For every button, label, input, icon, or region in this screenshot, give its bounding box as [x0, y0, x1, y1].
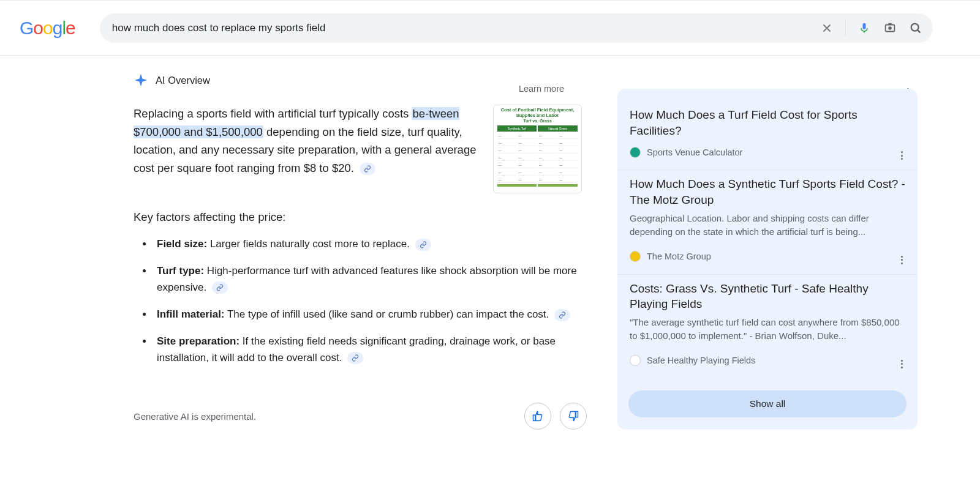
citation-link-icon[interactable]: [212, 281, 228, 294]
source-site: The Motz Group: [647, 252, 711, 261]
learn-more-link[interactable]: Learn more: [519, 84, 564, 94]
clear-icon[interactable]: [820, 21, 834, 35]
ai-overview-header: AI Overview: [134, 73, 210, 88]
show-all-button[interactable]: Show all: [628, 390, 907, 417]
google-logo[interactable]: Google: [20, 18, 75, 39]
source-overflow-menu[interactable]: [899, 351, 905, 371]
citation-link-icon[interactable]: [415, 239, 431, 251]
thumbs-up-button[interactable]: [524, 403, 551, 430]
factor-item: Infill material: The type of infill used…: [153, 307, 605, 322]
factor-item: Site preparation: If the existing field …: [153, 333, 605, 366]
sparkle-icon: [134, 73, 148, 88]
source-snippet: "The average synthetic turf field can co…: [630, 316, 905, 343]
ai-summary: Replacing a sports field with artificial…: [134, 105, 480, 177]
svg-point-5: [911, 24, 918, 31]
image-search-icon[interactable]: [883, 21, 897, 35]
source-item[interactable]: How Much Does a Synthetic Turf Sports Fi…: [617, 170, 918, 274]
svg-line-6: [918, 30, 920, 32]
source-item[interactable]: Costs: Grass Vs. Synthetic Turf - Safe H…: [617, 275, 918, 378]
search-icon[interactable]: [908, 21, 923, 35]
svg-point-3: [888, 26, 892, 30]
source-site: Safe Healthy Playing Fields: [647, 356, 755, 365]
source-title: Costs: Grass Vs. Synthetic Turf - Safe H…: [630, 281, 905, 312]
source-item[interactable]: How Much Does a Turf Field Cost for Spor…: [617, 101, 918, 170]
result-thumbnail[interactable]: Cost of Football Field Equipment, Suppli…: [493, 105, 582, 193]
ai-disclaimer: Generative AI is experimental.: [134, 411, 256, 422]
sources-panel: How Much Does a Turf Field Cost for Spor…: [617, 89, 918, 430]
source-overflow-menu[interactable]: [899, 247, 905, 267]
source-title: How Much Does a Turf Field Cost for Spor…: [630, 107, 905, 138]
factor-item: Field size: Larger fields naturally cost…: [153, 236, 605, 252]
thumbs-down-button[interactable]: [560, 403, 587, 430]
favicon: [630, 147, 641, 158]
factor-item: Turf type: High-performance turf with ad…: [153, 263, 605, 296]
citation-link-icon[interactable]: [554, 309, 570, 321]
svg-rect-4: [888, 23, 892, 25]
favicon: [630, 251, 641, 262]
search-bar: [100, 13, 933, 43]
favicon: [630, 355, 641, 366]
source-title: How Much Does a Synthetic Turf Sports Fi…: [630, 176, 905, 207]
source-overflow-menu[interactable]: [899, 142, 905, 162]
search-header: Google: [0, 1, 980, 56]
search-input[interactable]: [112, 22, 820, 34]
key-factors-heading: Key factors affecting the price:: [134, 211, 605, 224]
citation-link-icon[interactable]: [347, 352, 363, 364]
voice-search-icon[interactable]: [857, 21, 872, 35]
source-snippet: Geographical Location. Labor and shippin…: [630, 212, 905, 239]
ai-overview-title: AI Overview: [156, 75, 210, 86]
citation-link-icon[interactable]: [360, 163, 375, 175]
source-site: Sports Venue Calculator: [647, 147, 742, 157]
